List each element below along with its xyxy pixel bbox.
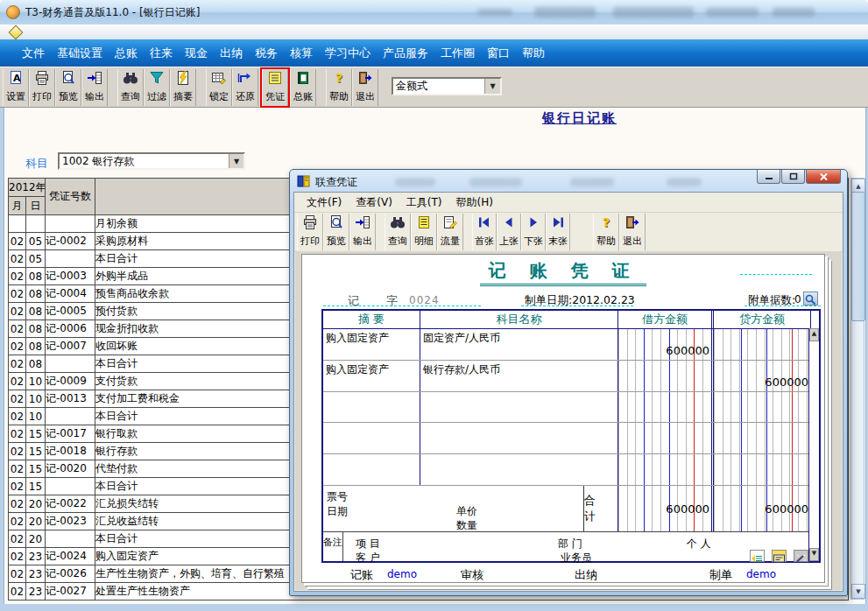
menu-item-cashier[interactable]: 出纳 [214, 39, 249, 67]
preview-button[interactable]: 预览 [55, 69, 81, 106]
total-credit: 600000 [714, 486, 811, 531]
print-icon [302, 215, 318, 229]
wand-icon[interactable] [794, 550, 808, 562]
blurred-text [477, 9, 512, 16]
maximize-button[interactable] [781, 170, 805, 184]
print-button[interactable]: 打印 [29, 69, 55, 106]
scroll-down-icon[interactable]: ▼ [851, 584, 865, 599]
voucher-entry-row[interactable] [323, 454, 819, 486]
settings-icon: A [8, 71, 24, 85]
last-button[interactable]: 末张 [546, 214, 570, 250]
preview-icon [60, 71, 76, 85]
print-button[interactable]: 打印 [297, 214, 323, 250]
voucher-entry-row[interactable]: 购入固定资产 固定资产/人民币 600000 [323, 329, 819, 361]
first-button[interactable]: 首张 [472, 214, 497, 250]
year-header: 2012年 [9, 179, 46, 197]
department-label: 部 门 [558, 537, 582, 551]
blurred-text [706, 8, 759, 17]
menu-item-learning-center[interactable]: 学习中心 [319, 39, 377, 67]
summary-button[interactable]: 摘要 [170, 69, 196, 106]
chevron-down-icon[interactable]: ▼ [229, 154, 243, 168]
menu-item-product-service[interactable]: 产品服务 [377, 39, 434, 67]
page-title: 银行日记账 [542, 110, 617, 127]
dialog-menu-bar: 文件(F) 查看(V) 工具(T) 帮助(H) [294, 193, 843, 213]
month-header: 月 [9, 197, 26, 215]
prev-button[interactable]: 上张 [497, 214, 521, 250]
voucher-note-row: 备注 项 目 客 户 部 门 业务员 个 人 [323, 532, 819, 561]
menu-item-tax[interactable]: 税务 [249, 39, 284, 67]
restore-icon [237, 71, 253, 85]
minimize-button[interactable] [757, 170, 780, 184]
help-button[interactable]: ? 帮助 [326, 69, 352, 106]
bill-info-cell: 票号 日期 单价 数量 [323, 486, 584, 531]
preparer-name: demo [746, 568, 776, 580]
export-button[interactable]: 输出 [349, 214, 376, 250]
stamp-icon[interactable] [772, 550, 787, 562]
menu-item-help[interactable]: 帮助(H) [449, 195, 500, 210]
query-icon [123, 71, 138, 85]
voucher-icon [267, 71, 283, 85]
blurred-content [570, 178, 614, 186]
voucher-scrollbar[interactable]: ▲ ▼ [808, 328, 819, 561]
menu-item-file[interactable]: 文件(F) [300, 195, 349, 210]
menu-item-window[interactable]: 窗口 [481, 39, 516, 67]
scroll-up-icon[interactable]: ▲ [809, 328, 819, 341]
query-button[interactable]: 查询 [117, 69, 144, 106]
summary-icon [175, 71, 191, 85]
dialog-toolbar: 打印 预览 输出 查询 明细 [294, 213, 843, 252]
scrollbar-thumb[interactable] [851, 192, 865, 321]
note-icon[interactable] [9, 25, 24, 40]
ledger-button[interactable]: 总账 [290, 69, 316, 106]
ledger-icon [295, 71, 311, 85]
prev-page-icon [501, 215, 517, 229]
note-label: 备注 [323, 532, 343, 561]
filter-button[interactable]: 过滤 [144, 69, 170, 106]
voucher-word2-label: 字 [386, 293, 398, 309]
view-mode-select[interactable]: 金额式 ▼ [392, 77, 502, 95]
vertical-scrollbar[interactable]: ▲ ▼ [850, 178, 864, 600]
export-button[interactable]: 输出 [81, 69, 108, 106]
chevron-down-icon[interactable]: ▼ [484, 79, 500, 94]
preview-button[interactable]: 预览 [323, 214, 349, 250]
close-button[interactable] [806, 170, 841, 184]
voucher-button-highlight: 凭证 [260, 67, 290, 108]
menu-item-current[interactable]: 往来 [144, 39, 179, 67]
help-button[interactable]: ? 帮助 [593, 214, 619, 250]
app-logo-icon [6, 5, 20, 19]
menu-item-accounting[interactable]: 核算 [284, 39, 319, 67]
account-col-header: 科目名称 [420, 311, 618, 328]
voucher-paper: 记 账 凭 证 记 字 0024 制单日期:2012.02.23 附单据数: 0 [301, 254, 825, 583]
magnifier-button[interactable] [803, 291, 818, 306]
flow-button[interactable]: 流量 [437, 214, 463, 250]
menu-item-work-circle[interactable]: 工作圈 [434, 39, 481, 67]
menu-item-cash[interactable]: 现金 [179, 39, 214, 67]
menu-item-general-ledger[interactable]: 总账 [109, 39, 144, 67]
voucher-entry-row[interactable] [323, 392, 819, 424]
dialog-title-bar[interactable]: 联查凭证 [290, 170, 847, 193]
voucher-entry-row[interactable] [323, 423, 819, 454]
restore-button[interactable]: 还原 [232, 69, 258, 106]
last-page-icon [550, 215, 566, 229]
menu-item-tools[interactable]: 工具(T) [399, 195, 449, 210]
voucher-table: 摘 要 科目名称 借方金额 贷方金额 购入固定资产 固定资产/人民币 60000… [321, 309, 821, 563]
project-doc-icon[interactable] [750, 550, 765, 562]
scroll-down-icon[interactable]: ▼ [809, 548, 819, 561]
exit-icon [625, 215, 640, 229]
exit-button[interactable]: 退出 [352, 69, 378, 106]
lock-button[interactable]: 锁定 [206, 69, 232, 106]
settings-button[interactable]: A 设置 [3, 69, 29, 106]
detail-button[interactable]: 明细 [411, 214, 437, 250]
menu-item-view[interactable]: 查看(V) [349, 195, 399, 210]
query-button[interactable]: 查询 [385, 214, 411, 250]
total-debit: 600000 [618, 486, 714, 531]
voucher-button[interactable]: 凭证 [262, 69, 288, 106]
menu-item-help[interactable]: 帮助 [516, 39, 551, 67]
menu-item-basic-setup[interactable]: 基础设置 [51, 39, 109, 67]
next-button[interactable]: 下张 [521, 214, 546, 250]
account-select[interactable]: 1002 银行存款 ▼ [58, 152, 245, 170]
exit-button[interactable]: 退出 [619, 214, 646, 250]
ticket-label: 票号 [327, 489, 348, 504]
help-icon: ? [335, 71, 342, 85]
menu-item-file[interactable]: 文件 [16, 39, 51, 67]
voucher-entry-row[interactable]: 购入固定资产 银行存款/人民币 600000 [323, 361, 819, 392]
